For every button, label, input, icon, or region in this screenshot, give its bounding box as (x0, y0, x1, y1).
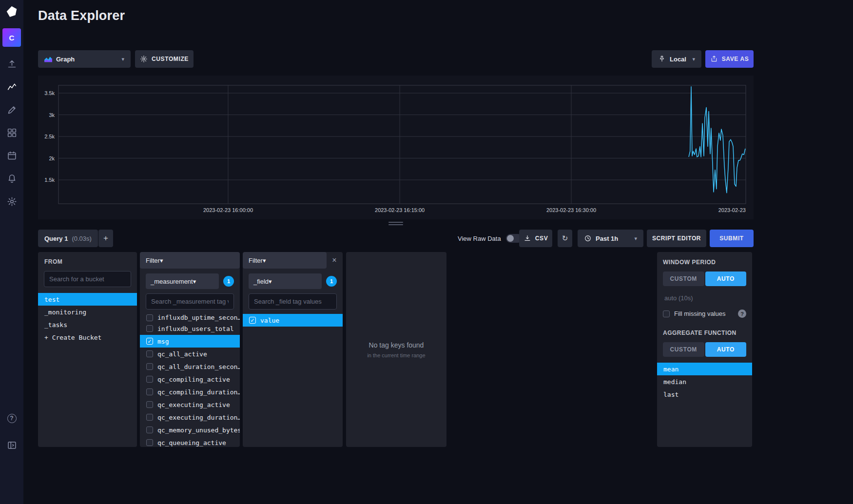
dashboards-icon[interactable] (6, 127, 17, 138)
aggregate-auto-button[interactable]: AUTO (705, 342, 747, 357)
tag-key-dropdown[interactable]: _field ▾ (249, 273, 322, 289)
checkbox[interactable] (146, 401, 153, 408)
save-as-button[interactable]: SAVE AS (705, 50, 754, 68)
chevron-down-icon: ▾ (634, 235, 637, 242)
script-editor-button[interactable]: SCRIPT EDITOR (647, 230, 706, 247)
view-raw-data-control: View Raw Data (458, 230, 523, 247)
measurement-item[interactable]: influxdb_uptime_secon… (140, 314, 240, 322)
window-auto-button[interactable]: AUTO (705, 271, 747, 286)
fill-missing-values-checkbox[interactable] (663, 310, 670, 317)
item-label: qc_all_duration_secon… (157, 363, 240, 370)
bucket-item[interactable]: + Create Bucket (38, 331, 137, 344)
filter-type-dropdown[interactable]: Filter ▾ (140, 252, 240, 269)
page-title: Data Explorer (38, 8, 125, 23)
customize-button[interactable]: CUSTOMIZE (135, 50, 194, 68)
checkbox[interactable] (146, 388, 153, 395)
measurement-item[interactable]: qc_all_duration_secon… (140, 360, 240, 373)
alerts-bell-icon[interactable] (6, 173, 17, 184)
influxdb-logo-icon[interactable] (5, 5, 18, 18)
item-label: influxdb_users_total (157, 325, 234, 332)
item-label: mean (663, 366, 679, 373)
local-dropdown[interactable]: Local ▾ (652, 50, 701, 68)
field-filter-panel: Filter ▾ × _field ▾ 1 ✓value (243, 252, 343, 447)
upload-icon[interactable] (6, 58, 17, 69)
org-avatar[interactable]: C (2, 28, 21, 47)
window-aggregate-panel: WINDOW PERIOD CUSTOM AUTO auto (10s) Fil… (657, 252, 752, 447)
refresh-icon: ↻ (562, 234, 568, 243)
collapse-panel-icon[interactable] (6, 440, 17, 450)
item-label: msg (157, 338, 169, 345)
measurement-item[interactable]: qc_memory_unused_bytes (140, 424, 240, 436)
bucket-item[interactable]: _tasks (38, 318, 137, 331)
aggregate-function-item[interactable]: mean (657, 363, 752, 375)
checkbox[interactable] (146, 414, 153, 421)
empty-state-subtitle: in the current time range (367, 352, 425, 358)
remove-filter-button[interactable]: × (330, 256, 339, 265)
checkbox[interactable] (146, 363, 153, 370)
tag-keys-empty-panel: No tag keys found in the current time ra… (346, 252, 446, 447)
submit-button[interactable]: SUBMIT (710, 230, 754, 247)
measurement-item[interactable]: ✓msg (140, 335, 240, 348)
tag-key-dropdown[interactable]: _measurement ▾ (146, 273, 219, 289)
svg-text:3k: 3k (49, 112, 55, 118)
chevron-down-icon: ▾ (263, 257, 266, 264)
measurement-item[interactable]: qc_queueing_active (140, 436, 240, 447)
measurement-item[interactable]: qc_compiling_duration… (140, 386, 240, 398)
from-bucket-panel: FROM test_monitoring_tasks+ Create Bucke… (38, 252, 137, 447)
nav-sidebar: C ? (0, 0, 23, 504)
checkbox[interactable] (146, 439, 153, 446)
edit-pencil-icon[interactable] (6, 104, 17, 115)
measurement-item[interactable]: qc_compiling_active (140, 373, 240, 386)
window-custom-button[interactable]: CUSTOM (663, 271, 704, 286)
help-icon[interactable]: ? (6, 413, 17, 424)
script-editor-label: SCRIPT EDITOR (652, 235, 701, 242)
time-range-dropdown[interactable]: Past 1h ▾ (578, 230, 643, 247)
measurement-item[interactable]: qc_executing_duration… (140, 411, 240, 424)
filter-panel-head: Filter ▾ × (243, 252, 343, 269)
graph-type-icon (44, 55, 52, 63)
checkbox[interactable] (146, 376, 153, 383)
visualization-type-dropdown[interactable]: Graph ▾ (38, 50, 131, 68)
bucket-search-input[interactable] (44, 271, 131, 287)
measurement-item[interactable]: qc_all_active (140, 348, 240, 360)
refresh-button[interactable]: ↻ (558, 230, 572, 247)
filter-type-label: Filter (249, 257, 263, 264)
add-query-button[interactable]: + (98, 230, 113, 247)
aggregate-mode-toggle: CUSTOM AUTO (663, 342, 746, 357)
filter-key-row: _field ▾ 1 (249, 273, 337, 289)
measurement-item[interactable]: qc_executing_active (140, 398, 240, 411)
data-explorer-graph-icon[interactable] (6, 81, 17, 92)
aggregate-function-list: meanmedianlast (657, 363, 752, 401)
aggregate-function-item[interactable]: last (657, 388, 752, 401)
checkbox[interactable] (146, 325, 153, 332)
csv-download-button[interactable]: CSV (519, 230, 552, 247)
tasks-calendar-icon[interactable] (6, 150, 17, 161)
checkbox[interactable] (146, 350, 153, 357)
resize-drag-handle[interactable] (388, 222, 403, 227)
tag-key-label: _field (253, 278, 269, 285)
bucket-item[interactable]: test (38, 293, 137, 306)
bucket-item[interactable]: _monitoring (38, 306, 137, 318)
checkbox[interactable]: ✓ (249, 317, 256, 324)
query-tab[interactable]: Query 1 (0.03s) (38, 230, 98, 247)
measurement-item[interactable]: influxdb_users_total (140, 322, 240, 335)
svg-text:3.5k: 3.5k (44, 90, 55, 96)
window-period-mode-toggle: CUSTOM AUTO (663, 271, 746, 286)
measurement-search-input[interactable] (146, 293, 234, 310)
filter-type-dropdown[interactable]: Filter ▾ (243, 252, 327, 269)
item-label: value (260, 317, 279, 324)
customize-label: CUSTOMIZE (152, 56, 189, 62)
checkbox[interactable]: ✓ (146, 338, 153, 345)
checkbox[interactable] (146, 314, 153, 321)
plus-icon: + (103, 233, 108, 243)
settings-gear-icon[interactable] (6, 196, 17, 207)
help-circle-icon[interactable]: ? (738, 310, 746, 318)
checkbox[interactable] (146, 426, 153, 433)
item-label: last (663, 391, 679, 398)
field-search-input[interactable] (249, 293, 337, 310)
svg-text:2023-02-23: 2023-02-23 (718, 207, 746, 213)
field-item[interactable]: ✓value (243, 314, 343, 327)
aggregate-custom-button[interactable]: CUSTOM (663, 342, 704, 357)
item-label: qc_executing_duration… (157, 414, 240, 421)
aggregate-function-item[interactable]: median (657, 375, 752, 388)
